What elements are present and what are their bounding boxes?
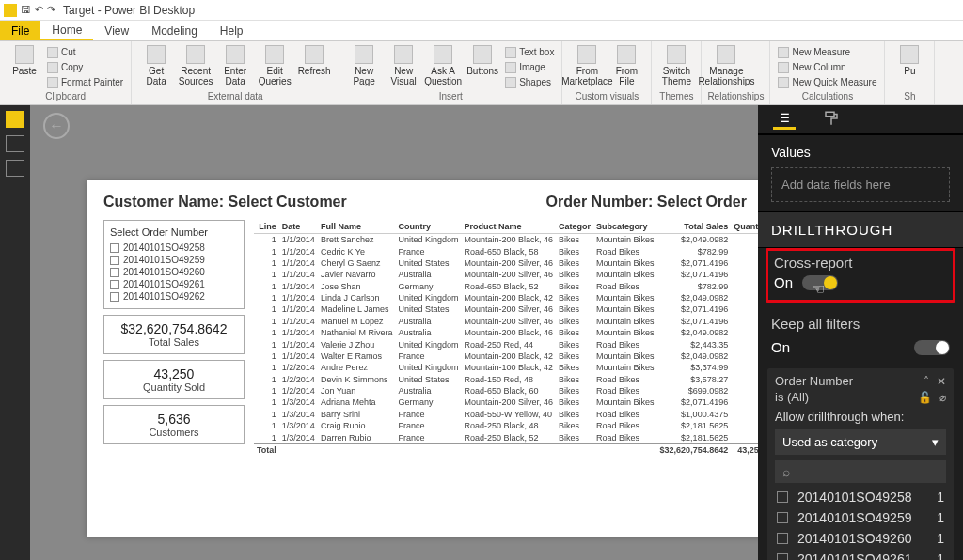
tab-home[interactable]: Home (40, 21, 93, 40)
cross-report-toggle[interactable] (802, 275, 838, 290)
tab-view[interactable]: View (93, 21, 140, 40)
table-row[interactable]: 11/1/2014Valerie J ZhouUnited KingdomRoa… (254, 338, 758, 350)
checkbox-icon[interactable] (110, 243, 119, 253)
table-row[interactable]: 11/1/2014Nathaniel M RiveraAustraliaMoun… (254, 327, 758, 338)
tab-help[interactable]: Help (209, 21, 255, 40)
checkbox-icon[interactable] (777, 491, 788, 503)
table-row[interactable]: 11/1/2014Manuel M LopezAustraliaMountain… (254, 316, 758, 327)
slicer-item[interactable]: 20140101SO49262 (110, 290, 238, 303)
column-header[interactable]: Product Name (461, 220, 556, 234)
table-row[interactable]: 11/1/2014Javier NavarroAustraliaMountain… (254, 269, 758, 280)
format-painter-button[interactable]: Format Painter (45, 75, 125, 89)
switch-theme-button[interactable]: Switch Theme (657, 43, 695, 90)
back-button[interactable]: ← (43, 113, 70, 139)
table-row[interactable]: 11/1/2014Linda J CarlsonUnited KingdomMo… (254, 292, 758, 303)
filter-item[interactable]: 20140101SO492581 (775, 487, 946, 507)
checkbox-icon[interactable] (777, 533, 788, 544)
shapes-button[interactable]: Shapes (503, 75, 556, 89)
qat-save-icon[interactable]: 🖫 (21, 4, 31, 16)
filter-item[interactable]: 20140101SO492601 (775, 528, 946, 549)
cut-button[interactable]: Cut (45, 45, 125, 59)
table-row[interactable]: 11/3/2014Darren RubioFranceRoad-250 Blac… (254, 431, 758, 443)
qat-redo-icon[interactable]: ↷ (47, 4, 55, 16)
get-data-button[interactable]: Get Data (137, 43, 175, 90)
custom-visuals-group-label: Custom visuals (568, 90, 645, 102)
column-header[interactable]: Total Sales (657, 220, 732, 234)
close-icon[interactable]: ✕ (937, 375, 946, 388)
chevron-up-icon[interactable]: ˄ (924, 375, 929, 388)
allow-dt-select[interactable]: Used as category▾ (775, 429, 946, 455)
copy-button[interactable]: Copy (45, 60, 125, 74)
checkbox-icon[interactable] (110, 268, 119, 277)
orders-table[interactable]: LineDateFull NameCountryProduct NameCate… (254, 220, 758, 456)
edit-queries-button[interactable]: Edit Queries (256, 43, 293, 90)
slicer-order-number[interactable]: Select Order Number 20140101SO4925820140… (103, 220, 245, 309)
tab-file[interactable]: File (0, 21, 40, 40)
fields-tab-icon[interactable]: ☰ (773, 109, 796, 130)
recent-sources-button[interactable]: Recent Sources (177, 43, 214, 90)
slicer-item[interactable]: 20140101SO49260 (110, 266, 238, 278)
new-page-button[interactable]: New Page (345, 43, 383, 90)
tab-modeling[interactable]: Modeling (140, 21, 209, 40)
data-view-icon[interactable] (6, 135, 24, 152)
table-row[interactable]: 11/3/2014Adriana MehtaGermanyMountain-20… (254, 397, 758, 408)
checkbox-icon[interactable] (110, 292, 119, 302)
report-view-icon[interactable] (6, 111, 24, 128)
ask-question-button[interactable]: Ask A Question (424, 43, 462, 90)
format-tab-icon[interactable] (820, 109, 843, 130)
values-field-well[interactable]: Add data fields here (771, 167, 950, 202)
lock-icon[interactable]: 🔓 (918, 391, 932, 404)
image-button[interactable]: Image (503, 60, 556, 74)
checkbox-icon[interactable] (110, 256, 119, 265)
keep-all-filters-toggle[interactable] (914, 340, 950, 355)
checkbox-icon[interactable] (777, 512, 788, 523)
slicer-item[interactable]: 20140101SO49261 (110, 278, 238, 290)
values-title: Values (771, 145, 950, 160)
qat-undo-icon[interactable]: ↶ (35, 4, 43, 16)
table-row[interactable]: 11/1/2014Cedric K YeFranceRoad-650 Black… (254, 245, 758, 257)
column-header[interactable]: Country (395, 220, 461, 234)
table-row[interactable]: 11/3/2014Craig RubioFranceRoad-250 Black… (254, 420, 758, 431)
model-view-icon[interactable] (6, 160, 24, 177)
column-header[interactable]: Categor (556, 220, 593, 234)
table-row[interactable]: 11/2/2014Andre PerezUnited KingdomMounta… (254, 362, 758, 373)
new-visual-button[interactable]: New Visual (385, 43, 422, 90)
paste-button[interactable]: Paste (6, 43, 43, 90)
column-header[interactable]: Subcategory (593, 220, 657, 234)
slicer-item[interactable]: 20140101SO49258 (110, 241, 238, 254)
textbox-button[interactable]: Text box (503, 45, 556, 59)
table-row[interactable]: 11/1/2014Cheryl G SaenzUnited StatesMoun… (254, 257, 758, 269)
dt-search-input[interactable]: ⌕ (775, 460, 946, 483)
checkbox-icon[interactable] (110, 280, 119, 289)
checkbox-icon[interactable] (777, 553, 788, 560)
filter-item[interactable]: 20140101SO492591 (775, 507, 946, 528)
new-quick-measure-button[interactable]: New Quick Measure (776, 75, 878, 89)
column-header[interactable]: Quantit (731, 220, 758, 234)
refresh-button[interactable]: Refresh (295, 43, 333, 90)
table-row[interactable]: 11/1/2014Jose ShanGermanyRoad-650 Black,… (254, 281, 758, 292)
new-column-button[interactable]: New Column (776, 60, 878, 74)
table-row[interactable]: 11/1/2014Madeline L JamesUnited StatesMo… (254, 303, 758, 315)
relationships-group-label: Relationships (707, 90, 764, 102)
slicer-item[interactable]: 20140101SO49259 (110, 254, 238, 266)
from-marketplace-button[interactable]: From Marketplace (568, 43, 606, 90)
table-row[interactable]: 11/1/2014Walter E RamosFranceMountain-20… (254, 350, 758, 362)
column-header[interactable]: Date (279, 220, 318, 234)
table-row[interactable]: 11/3/2014Barry SriniFranceRoad-550-W Yel… (254, 409, 758, 420)
buttons-button[interactable]: Buttons (464, 43, 501, 90)
drillthrough-field-card[interactable]: Order Number ˄✕ is (All) 🔓⌀ Allow drillt… (767, 368, 954, 560)
new-measure-button[interactable]: New Measure (776, 45, 878, 59)
filter-item[interactable]: 20140101SO492611 (775, 549, 946, 560)
column-header[interactable]: Full Name (318, 220, 396, 234)
column-header[interactable]: Line (254, 220, 279, 234)
publish-button[interactable]: Pu (891, 43, 928, 90)
from-file-button[interactable]: From File (608, 43, 645, 90)
app-logo (4, 4, 17, 17)
manage-relationships-button[interactable]: Manage Relationships (707, 43, 745, 90)
eraser-icon[interactable]: ⌀ (939, 391, 946, 404)
table-row[interactable]: 11/2/2014Devin K SimmonsUnited StatesRoa… (254, 374, 758, 385)
report-canvas[interactable]: Customer Name: Select Customer Order Num… (87, 180, 758, 537)
table-row[interactable]: 11/2/2014Jon YuanAustraliaRoad-650 Black… (254, 385, 758, 397)
table-row[interactable]: 11/1/2014Brett SanchezUnited KingdomMoun… (254, 234, 758, 246)
enter-data-button[interactable]: Enter Data (216, 43, 254, 90)
